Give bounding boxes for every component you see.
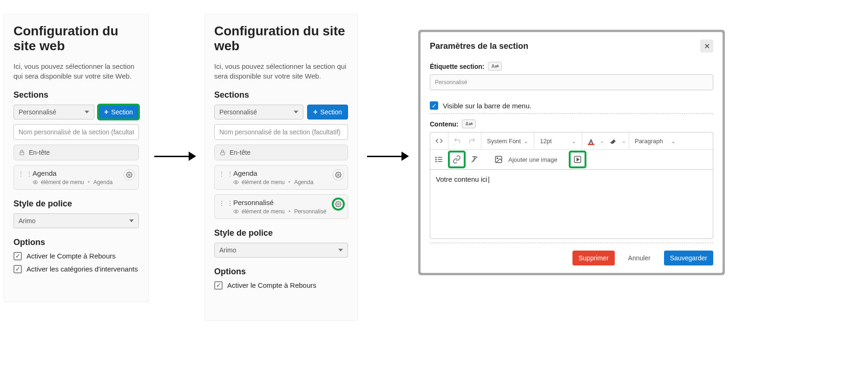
bullet-list-button[interactable]: [433, 153, 445, 166]
save-label: Sauvegarder: [670, 254, 707, 262]
svg-point-1: [35, 181, 36, 183]
panel1-font-select[interactable]: Arimo: [13, 213, 139, 228]
undo-icon: [454, 137, 461, 145]
font-family-dropdown[interactable]: System Font: [484, 135, 531, 147]
panel2-header-chip-label: En-tête: [230, 149, 250, 156]
svg-point-5: [337, 174, 339, 176]
gear-icon: [335, 201, 342, 207]
editor-body[interactable]: Votre contenu ici: [430, 169, 713, 239]
cancel-label: Annuler: [628, 254, 651, 262]
svg-point-6: [236, 211, 237, 212]
font-size-value: 12pt: [540, 138, 552, 145]
chevron-down-icon: [524, 138, 528, 145]
chevron-down-icon[interactable]: ⌄: [622, 138, 626, 144]
language-badge-icon[interactable]: A⇄: [488, 62, 501, 71]
paragraph-value: Paragraph: [635, 138, 663, 145]
redo-button[interactable]: [466, 135, 478, 147]
modal-title: Paramètres de la section: [430, 41, 528, 51]
image-button[interactable]: [493, 153, 505, 166]
panel1-opt2-checkbox[interactable]: [13, 265, 22, 273]
image-icon: [494, 155, 503, 164]
panel2-opt1-label: Activer le Compte à Rebours: [227, 281, 316, 289]
text-color-icon: A: [589, 138, 593, 145]
panel1-header-chip-label: En-tête: [29, 149, 50, 156]
panel1-section-card-agenda[interactable]: Agenda élément de menu Agenda: [13, 165, 139, 190]
add-image-label[interactable]: Ajouter une image: [508, 156, 558, 163]
font-size-dropdown[interactable]: 12pt: [537, 135, 579, 147]
panel1-desc: Ici, vous pouvez sélectionner la section…: [13, 62, 139, 81]
clear-format-icon: [470, 155, 479, 164]
panel2-add-section-label: Section: [320, 108, 342, 116]
modal-close-button[interactable]: ✕: [700, 40, 713, 53]
panel1-section-type-select[interactable]: Personnalisé: [13, 105, 94, 119]
chevron-down-icon[interactable]: ⌄: [600, 138, 604, 144]
svg-marker-18: [577, 158, 579, 161]
panel1-font-value: Arimo: [19, 217, 36, 225]
panel1-card1-settings-button[interactable]: [124, 169, 135, 180]
clear-format-button[interactable]: [468, 153, 480, 166]
panel2-section-name-input[interactable]: [214, 124, 348, 140]
svg-point-4: [236, 181, 237, 183]
panel1-card1-meta-tag: Agenda: [93, 179, 112, 185]
panel2-title: Configuration du site web: [214, 24, 348, 53]
panel1-card1-meta-menu: élément de menu: [41, 179, 84, 185]
panel2-section-type-select[interactable]: Personnalisé: [214, 105, 303, 119]
panel2-add-section-button[interactable]: + Section: [307, 105, 348, 119]
drag-handle-icon[interactable]: [218, 199, 233, 207]
config-panel-2: Configuration du site web Ici, vous pouv…: [204, 14, 358, 321]
svg-point-16: [497, 158, 498, 159]
video-button[interactable]: [570, 152, 585, 167]
dot-separator: [288, 208, 291, 215]
paragraph-dropdown[interactable]: Paragraph: [632, 135, 678, 147]
panel1-section-name-input[interactable]: [13, 124, 139, 140]
svg-point-11: [436, 157, 437, 158]
close-icon: ✕: [704, 42, 710, 51]
highlight-button[interactable]: [607, 135, 619, 147]
etiquette-input[interactable]: [430, 74, 713, 90]
eye-icon: [233, 179, 239, 185]
panel2-font-select[interactable]: Arimo: [214, 243, 348, 258]
editor-content: Votre contenu ici: [436, 175, 490, 183]
panel2-opt1-checkbox[interactable]: [214, 281, 223, 290]
panel2-card2-meta-menu: élément de menu: [242, 208, 285, 215]
panel2-font-value: Arimo: [219, 246, 237, 254]
save-button[interactable]: Sauvegarder: [664, 251, 713, 265]
language-badge-icon[interactable]: A⇄: [462, 119, 475, 128]
drag-handle-icon[interactable]: [18, 170, 33, 178]
lock-icon: [19, 149, 25, 156]
panel1-header-chip: En-tête: [13, 145, 139, 160]
panel2-select-value: Personnalisé: [219, 108, 257, 116]
eye-icon: [33, 179, 38, 185]
panel1-add-section-button[interactable]: + Section: [98, 105, 139, 119]
panel1-opt1-label: Activer le Compte à Rebours: [26, 252, 116, 260]
panel2-desc: Ici, vous pouvez sélectionner la section…: [214, 62, 348, 81]
svg-point-2: [128, 174, 130, 176]
lock-icon: [219, 149, 226, 156]
dot-separator: [288, 179, 291, 185]
arrow-right-icon: [154, 152, 196, 161]
panel2-card1-meta-menu: élément de menu: [242, 179, 285, 185]
etiquette-label: Étiquette section:: [430, 63, 484, 70]
panel2-section-card-custom[interactable]: Personnalisé élément de menu Personnalis…: [214, 194, 348, 219]
delete-button[interactable]: Supprimer: [572, 251, 615, 265]
panel2-card1-settings-button[interactable]: [333, 169, 344, 180]
panel1-opt1-checkbox[interactable]: [13, 252, 22, 260]
text-color-button[interactable]: A: [585, 135, 597, 147]
drag-handle-icon[interactable]: [218, 170, 233, 178]
link-button[interactable]: [449, 152, 465, 167]
visible-label: Visible sur la barre de menu.: [443, 102, 532, 110]
cancel-button[interactable]: Annuler: [622, 251, 657, 265]
delete-label: Supprimer: [579, 254, 609, 262]
panel2-section-card-agenda[interactable]: Agenda élément de menu Agenda: [214, 165, 348, 190]
svg-rect-3: [221, 152, 224, 155]
undo-button[interactable]: [451, 135, 463, 147]
code-icon: [435, 137, 443, 145]
panel2-card2-name: Personnalisé: [233, 199, 343, 206]
panel2-card2-meta-tag: Personnalisé: [294, 208, 326, 215]
separator: [430, 113, 713, 114]
editor-toolbar: System Font 12pt A ⌄: [430, 132, 713, 149]
visible-checkbox[interactable]: [430, 101, 438, 110]
source-code-button[interactable]: [433, 135, 445, 147]
section-settings-modal: Paramètres de la section ✕ Étiquette sec…: [418, 30, 725, 275]
panel2-card2-settings-button[interactable]: [333, 199, 344, 210]
